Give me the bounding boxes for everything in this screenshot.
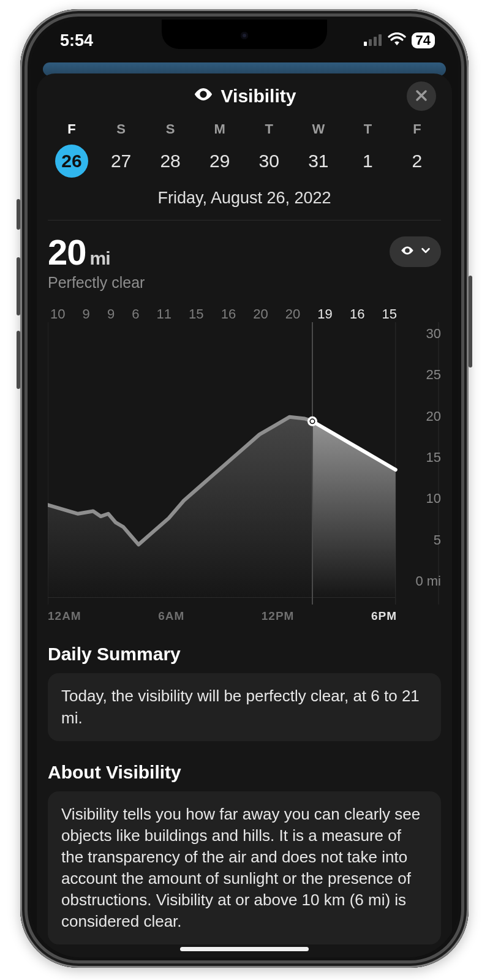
close-button[interactable] — [407, 81, 436, 111]
chart-y-tick: 25 — [415, 367, 441, 383]
svg-point-4 — [201, 92, 205, 96]
day-number: 27 — [105, 145, 138, 178]
notch — [162, 20, 327, 49]
current-value-number: 20 — [48, 232, 86, 272]
day-28[interactable]: S28 — [148, 121, 193, 178]
svg-rect-1 — [369, 39, 372, 46]
about-heading: About Visibility — [48, 762, 441, 783]
day-number: 26 — [55, 145, 88, 178]
date-line: Friday, August 26, 2022 — [48, 189, 441, 221]
chart-y-tick: 15 — [415, 450, 441, 466]
chart-top-label: 20 — [285, 306, 300, 322]
chart-top-label: 15 — [382, 306, 396, 322]
day-26[interactable]: F26 — [49, 121, 94, 178]
day-of-week: W — [312, 121, 325, 137]
screen: 5:54 74 — [31, 20, 458, 957]
day-strip: F26S27S28M29T30W31T1F2 — [48, 121, 441, 178]
day-of-week: F — [67, 121, 75, 137]
svg-rect-2 — [374, 37, 377, 46]
volume-up-button[interactable] — [17, 257, 20, 315]
eye-icon — [399, 243, 415, 261]
chart-top-label: 16 — [221, 306, 236, 322]
chart-y-tick: 0 mi — [415, 573, 441, 589]
day-30[interactable]: T30 — [246, 121, 292, 178]
current-value: 20mi — [48, 232, 145, 273]
current-description: Perfectly clear — [48, 274, 145, 292]
day-number: 30 — [252, 145, 285, 178]
chart-top-label: 20 — [253, 306, 268, 322]
status-time: 5:54 — [60, 31, 93, 50]
visibility-chart[interactable]: 109961115162020191615 302520151050 mi 12… — [48, 306, 441, 623]
day-29[interactable]: M29 — [197, 121, 243, 178]
metric-selector[interactable] — [390, 236, 441, 267]
chart-top-label: 9 — [107, 306, 115, 322]
day-number: 29 — [203, 145, 236, 178]
svg-rect-3 — [379, 34, 382, 46]
phone-frame: 5:54 74 — [20, 9, 469, 968]
svg-point-5 — [406, 249, 409, 252]
day-number: 28 — [154, 145, 187, 178]
chart-top-label: 6 — [132, 306, 139, 322]
day-number: 31 — [302, 145, 335, 178]
volume-down-button[interactable] — [17, 331, 20, 389]
day-number: 2 — [401, 145, 434, 178]
card-header: Visibility — [48, 74, 441, 119]
chart-top-label: 9 — [83, 306, 90, 322]
cellular-icon — [364, 31, 382, 50]
chart-y-tick: 30 — [415, 326, 441, 342]
chart-top-label: 16 — [350, 306, 364, 322]
battery-indicator: 74 — [412, 32, 435, 48]
day-number: 1 — [351, 145, 384, 178]
current-value-unit: mi — [90, 248, 110, 268]
chart-y-ticks: 302520151050 mi — [415, 326, 441, 589]
wifi-icon — [388, 31, 406, 50]
day-of-week: S — [116, 121, 126, 137]
svg-point-13 — [311, 420, 314, 423]
svg-rect-0 — [364, 42, 367, 46]
power-button[interactable] — [469, 276, 472, 368]
daily-summary-panel: Today, the visibility will be perfectly … — [48, 673, 441, 741]
eye-icon — [193, 84, 214, 109]
chevron-down-icon — [420, 245, 431, 258]
day-2[interactable]: F2 — [394, 121, 440, 178]
day-of-week: S — [166, 121, 175, 137]
chart-top-label: 15 — [189, 306, 203, 322]
day-of-week: M — [214, 121, 225, 137]
day-31[interactable]: W31 — [296, 121, 341, 178]
daily-summary-heading: Daily Summary — [48, 644, 441, 665]
chart-x-ticks: 12AM6AM12PM6PM — [48, 609, 441, 623]
chart-x-tick: 12AM — [48, 609, 81, 623]
visibility-card: Visibility F26S27S28M29T30W31T1F2 Friday… — [37, 74, 452, 957]
chart-top-label: 11 — [157, 306, 172, 322]
chart-top-label: 10 — [50, 306, 65, 322]
mute-switch[interactable] — [17, 199, 20, 230]
chart-x-tick: 12PM — [262, 609, 295, 623]
day-1[interactable]: T1 — [345, 121, 390, 178]
day-of-week: T — [364, 121, 372, 137]
chart-y-tick: 20 — [415, 409, 441, 424]
chart-plot — [48, 322, 441, 605]
chart-x-tick: 6PM — [371, 609, 397, 623]
chart-top-label: 19 — [317, 306, 332, 322]
chart-x-tick: 6AM — [158, 609, 184, 623]
day-27[interactable]: S27 — [99, 121, 144, 178]
about-panel: Visibility tells you how far away you ca… — [48, 791, 441, 945]
day-of-week: T — [265, 121, 273, 137]
card-title-text: Visibility — [221, 86, 296, 107]
home-indicator[interactable] — [180, 947, 309, 951]
chart-top-labels: 109961115162020191615 — [48, 306, 441, 322]
chart-y-tick: 10 — [415, 491, 441, 507]
close-icon — [415, 86, 428, 106]
day-of-week: F — [413, 121, 421, 137]
chart-y-tick: 5 — [415, 532, 441, 548]
